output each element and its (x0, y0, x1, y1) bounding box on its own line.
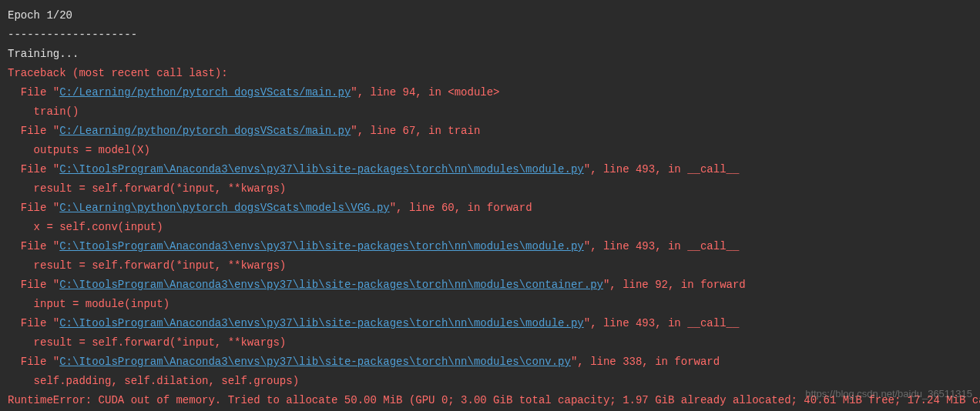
traceback-frame: File "C:\ItoolsProgram\Anaconda3\envs\py… (8, 353, 972, 372)
traceback-code: x = self.conv(input) (8, 218, 972, 237)
output-epoch: Epoch 1/20 (8, 6, 972, 25)
output-training: Training... (8, 45, 972, 64)
frame-prefix: File " (8, 163, 59, 175)
frame-suffix: ", line 94, in <module> (351, 86, 499, 99)
traceback-frame: File "C:\ItoolsProgram\Anaconda3\envs\py… (8, 276, 972, 295)
file-link[interactable]: C:\ItoolsProgram\Anaconda3\envs\py37\lib… (59, 279, 603, 291)
traceback-frame: File "C:\Learning\python\pytorch dogsVSc… (8, 199, 972, 218)
file-link[interactable]: C:\ItoolsProgram\Anaconda3\envs\py37\lib… (59, 163, 584, 175)
frame-suffix: ", line 92, in forward (603, 279, 746, 291)
frame-prefix: File " (8, 279, 59, 291)
frame-suffix: ", line 493, in __call__ (584, 240, 740, 252)
file-link[interactable]: C:\ItoolsProgram\Anaconda3\envs\py37\lib… (59, 317, 584, 329)
frame-prefix: File " (8, 356, 59, 368)
file-link[interactable]: C:/Learning/python/pytorch dogsVScats/ma… (59, 125, 351, 137)
frame-suffix: ", line 60, in forward (390, 202, 532, 214)
traceback-code: train() (8, 102, 972, 122)
frame-prefix: File " (8, 240, 59, 252)
frame-suffix: ", line 493, in __call__ (584, 317, 740, 329)
frame-prefix: File " (8, 202, 59, 214)
traceback-code: input = module(input) (8, 295, 972, 314)
frame-suffix: ", line 338, in forward (571, 356, 720, 368)
traceback-code: result = self.forward(*input, **kwargs) (8, 333, 972, 353)
frame-suffix: ", line 67, in train (351, 125, 480, 137)
traceback-frame: File "C:/Learning/python/pytorch dogsVSc… (8, 122, 972, 141)
traceback-frame: File "C:\ItoolsProgram\Anaconda3\envs\py… (8, 160, 972, 179)
frame-prefix: File " (8, 317, 59, 329)
traceback-frame: File "C:\ItoolsProgram\Anaconda3\envs\py… (8, 237, 972, 256)
frame-prefix: File " (8, 86, 59, 99)
output-separator: -------------------- (8, 25, 972, 45)
traceback-frame: File "C:\ItoolsProgram\Anaconda3\envs\py… (8, 314, 972, 333)
frame-prefix: File " (8, 125, 59, 137)
file-link[interactable]: C:\ItoolsProgram\Anaconda3\envs\py37\lib… (59, 240, 584, 252)
traceback-frame: File "C:/Learning/python/pytorch dogsVSc… (8, 83, 972, 102)
watermark: https://blog.csdn.net/baidu_36511315 (805, 384, 972, 403)
frame-suffix: ", line 493, in __call__ (584, 163, 740, 175)
traceback-code: result = self.forward(*input, **kwargs) (8, 179, 972, 199)
traceback-header: Traceback (most recent call last): (8, 64, 972, 83)
file-link[interactable]: C:\Learning\python\pytorch dogsVScats\mo… (59, 202, 389, 214)
traceback-code: outputs = model(X) (8, 141, 972, 160)
file-link[interactable]: C:\ItoolsProgram\Anaconda3\envs\py37\lib… (59, 356, 571, 368)
traceback-code: result = self.forward(*input, **kwargs) (8, 256, 972, 276)
file-link[interactable]: C:/Learning/python/pytorch dogsVScats/ma… (59, 86, 351, 99)
